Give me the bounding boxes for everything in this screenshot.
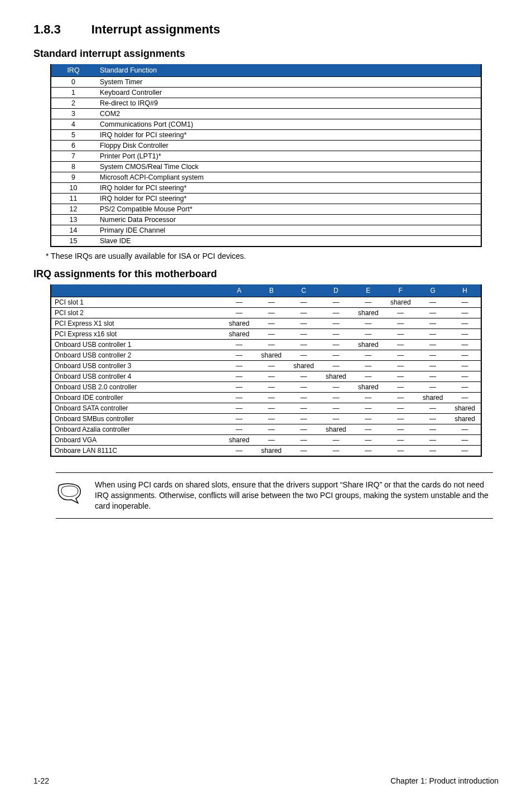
assignment-cell: shared bbox=[223, 435, 255, 446]
assignment-cell: — bbox=[449, 361, 481, 371]
irq-function: Communications Port (COM1) bbox=[95, 119, 481, 130]
assignment-cell: — bbox=[417, 361, 449, 371]
assignment-cell: — bbox=[449, 350, 481, 361]
assignment-cell: — bbox=[223, 371, 255, 382]
assignment-cell: — bbox=[255, 361, 288, 371]
footnote: * These IRQs are usually available for I… bbox=[33, 252, 499, 260]
assignment-cell: — bbox=[417, 308, 449, 318]
irq-number: 10 bbox=[51, 183, 95, 194]
assignment-cell: — bbox=[352, 329, 384, 340]
assignment-cell: — bbox=[223, 382, 255, 393]
note-icon bbox=[56, 480, 84, 504]
table-row: Onboard SATA controller———————shared bbox=[51, 403, 481, 414]
assignment-cell: — bbox=[288, 308, 320, 318]
col-header: E bbox=[352, 284, 384, 297]
assignment-cell: — bbox=[320, 350, 352, 361]
assignment-cell: — bbox=[223, 446, 255, 457]
table-row: 7Printer Port (LPT1)* bbox=[51, 151, 481, 162]
assignment-cell: — bbox=[320, 308, 352, 318]
assignment-cell: — bbox=[223, 350, 255, 361]
table-row: Onboard USB controller 2—shared—————— bbox=[51, 350, 481, 361]
assignment-cell: — bbox=[288, 297, 320, 308]
assignment-cell: — bbox=[384, 446, 417, 457]
note-box: When using PCI cards on shared slots, en… bbox=[56, 472, 493, 519]
assignment-cell: — bbox=[384, 424, 417, 435]
table-row: 12PS/2 Compatible Mouse Port* bbox=[51, 204, 481, 215]
table-row: Onboard Azalia controller———shared———— bbox=[51, 424, 481, 435]
assignment-cell: — bbox=[352, 424, 384, 435]
table-row: Onboare LAN 8111C—shared—————— bbox=[51, 446, 481, 457]
table-row: 9Microsoft ACPI-Compliant system bbox=[51, 172, 481, 183]
assignment-cell: — bbox=[255, 382, 288, 393]
section-heading: 1.8.3 Interrupt assignments bbox=[33, 22, 499, 37]
assignment-cell: — bbox=[288, 424, 320, 435]
assignment-cell: — bbox=[288, 350, 320, 361]
assignment-cell: — bbox=[320, 329, 352, 340]
assignment-cell: — bbox=[320, 446, 352, 457]
assignment-cell: — bbox=[417, 424, 449, 435]
assignment-cell: — bbox=[288, 403, 320, 414]
device-label: Onboard USB controller 2 bbox=[51, 350, 223, 361]
irq-number: 11 bbox=[51, 194, 95, 204]
assignment-cell: — bbox=[449, 308, 481, 318]
irq-function: Microsoft ACPI-Compliant system bbox=[95, 172, 481, 183]
assignment-cell: — bbox=[384, 414, 417, 424]
table-row: Onboard USB controller 4———shared———— bbox=[51, 371, 481, 382]
irq-number: 3 bbox=[51, 109, 95, 119]
assignment-cell: — bbox=[352, 361, 384, 371]
irq-number: 1 bbox=[51, 88, 95, 98]
assignment-cell: — bbox=[352, 403, 384, 414]
irq-function: Floppy Disk Controller bbox=[95, 141, 481, 151]
page-footer: 1-22 Chapter 1: Product introduction bbox=[33, 776, 499, 785]
assignment-cell: — bbox=[255, 340, 288, 350]
assignment-cell: — bbox=[384, 371, 417, 382]
irq-function: PS/2 Compatible Mouse Port* bbox=[95, 204, 481, 215]
assignment-cell: — bbox=[223, 297, 255, 308]
irq-function: IRQ holder for PCI steering* bbox=[95, 194, 481, 204]
assignment-cell: — bbox=[417, 340, 449, 350]
assignment-cell: — bbox=[320, 382, 352, 393]
device-label: PCI Express X1 slot bbox=[51, 318, 223, 329]
subheading-standard: Standard interrupt assignments bbox=[33, 48, 499, 60]
irq-number: 9 bbox=[51, 172, 95, 183]
assignment-cell: — bbox=[384, 382, 417, 393]
assignment-cell: — bbox=[449, 297, 481, 308]
page-number: 1-22 bbox=[33, 776, 49, 785]
table-row: 8System CMOS/Real Time Clock bbox=[51, 162, 481, 172]
assignment-cell: — bbox=[417, 414, 449, 424]
assignment-cell: — bbox=[352, 393, 384, 403]
assignment-cell: shared bbox=[384, 297, 417, 308]
assignment-cell: — bbox=[223, 308, 255, 318]
assignment-cell: — bbox=[223, 393, 255, 403]
irq-number: 13 bbox=[51, 215, 95, 225]
assignment-cell: shared bbox=[449, 414, 481, 424]
table-row: 2Re-direct to IRQ#9 bbox=[51, 98, 481, 109]
assignment-cell: shared bbox=[223, 329, 255, 340]
assignment-cell: — bbox=[384, 340, 417, 350]
assignment-cell: — bbox=[384, 361, 417, 371]
assignment-cell: — bbox=[449, 382, 481, 393]
irq-function: Printer Port (LPT1)* bbox=[95, 151, 481, 162]
assignment-cell: — bbox=[449, 371, 481, 382]
assignment-cell: — bbox=[384, 403, 417, 414]
assignment-cell: — bbox=[352, 371, 384, 382]
assignment-cell: — bbox=[417, 435, 449, 446]
assignment-cell: — bbox=[352, 435, 384, 446]
subheading-irq-assignments: IRQ assignments for this motherboard bbox=[33, 268, 499, 280]
assignment-cell: shared bbox=[352, 340, 384, 350]
device-label: Onboard USB controller 4 bbox=[51, 371, 223, 382]
device-label: Onboard VGA bbox=[51, 435, 223, 446]
assignment-cell: — bbox=[352, 446, 384, 457]
table-row: PCI slot 1—————shared—— bbox=[51, 297, 481, 308]
assignment-cell: — bbox=[255, 371, 288, 382]
col-header: A bbox=[223, 284, 255, 297]
assignment-cell: — bbox=[255, 297, 288, 308]
col-header: C bbox=[288, 284, 320, 297]
standard-irq-table: IRQ Standard Function 0System Timer1Keyb… bbox=[50, 64, 482, 247]
assignment-cell: — bbox=[449, 329, 481, 340]
assignment-cell: — bbox=[288, 435, 320, 446]
table-row: 10IRQ holder for PCI steering* bbox=[51, 183, 481, 194]
assignment-cell: shared bbox=[288, 361, 320, 371]
table-row: 1Keyboard Controller bbox=[51, 88, 481, 98]
irq-number: 0 bbox=[51, 77, 95, 88]
